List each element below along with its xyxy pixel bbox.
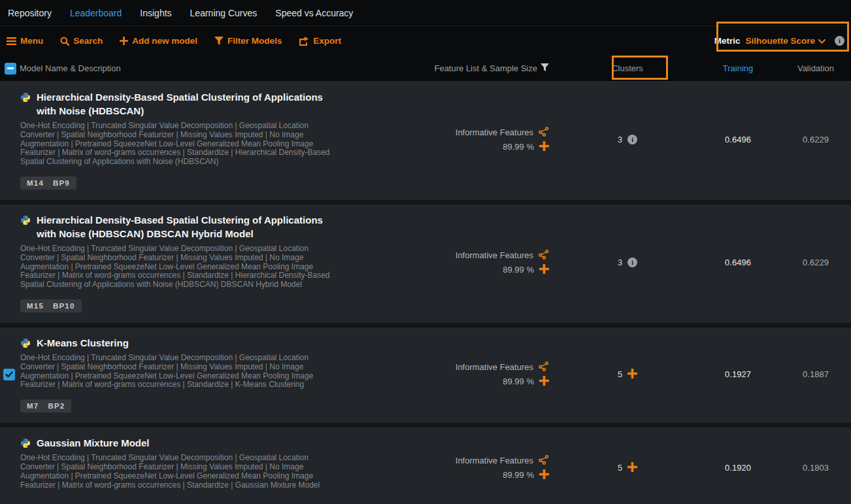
- validation-score: 0.1887: [780, 369, 851, 379]
- model-description: One-Hot Encoding | Truncated Singular Va…: [20, 454, 330, 490]
- tab-learning-curves[interactable]: Learning Curves: [190, 8, 258, 18]
- plus-icon: [120, 37, 128, 45]
- feature-list-label[interactable]: Informative Features: [456, 250, 533, 260]
- column-header-clusters[interactable]: Clusters: [559, 63, 695, 73]
- checkmark-icon: [5, 371, 13, 378]
- tab-insights[interactable]: Insights: [140, 8, 171, 18]
- model-description: One-Hot Encoding | Truncated Singular Va…: [20, 122, 330, 167]
- feature-lineage-icon[interactable]: [539, 127, 549, 139]
- search-button[interactable]: Search: [60, 36, 103, 46]
- model-description: One-Hot Encoding | Truncated Singular Va…: [20, 354, 330, 390]
- badge-chip: M14 BP9: [20, 176, 76, 190]
- blueprint-number-badge: BP10: [53, 302, 75, 310]
- add-new-model-label: Add new model: [132, 36, 197, 46]
- python-logo-icon: [20, 215, 31, 226]
- chevron-down-icon: [818, 36, 826, 46]
- tab-bar: Repository Leaderboard Insights Learning…: [0, 0, 851, 26]
- sample-size-value[interactable]: 89.99 %: [503, 142, 534, 152]
- menu-label: Menu: [20, 36, 43, 46]
- add-new-model-button[interactable]: Add new model: [120, 36, 197, 46]
- training-score: 0.6496: [695, 258, 780, 267]
- column-header-features-label: Feature List & Sample Size: [434, 63, 537, 73]
- sample-size-value[interactable]: 89.99 %: [503, 377, 534, 386]
- model-title[interactable]: Hierarchical Density-Based Spatial Clust…: [37, 213, 332, 241]
- search-label: Search: [73, 36, 103, 46]
- filter-models-button[interactable]: Filter Models: [214, 36, 282, 46]
- model-description: One-Hot Encoding | Truncated Singular Va…: [20, 244, 330, 290]
- python-logo-icon: [20, 338, 31, 348]
- python-logo-icon: [20, 92, 31, 103]
- badge-chip: M15 BP10: [20, 299, 82, 312]
- model-number-badge: M7: [27, 402, 39, 410]
- clusters-add-icon[interactable]: [627, 369, 637, 380]
- badge-chip: M7 BP2: [20, 399, 71, 412]
- add-sample-plus-icon[interactable]: [539, 264, 549, 276]
- metric-info-icon[interactable]: i: [835, 36, 844, 46]
- metric-dropdown[interactable]: Silhouette Score: [745, 36, 826, 46]
- sample-size-value[interactable]: 89.99 %: [503, 265, 534, 275]
- feature-lineage-icon[interactable]: [539, 361, 549, 373]
- feature-lineage-icon[interactable]: [539, 455, 549, 467]
- feature-list-label[interactable]: Informative Features: [456, 456, 533, 465]
- feature-list-label[interactable]: Informative Features: [456, 127, 533, 137]
- select-all-checkbox[interactable]: [5, 63, 16, 75]
- hamburger-menu-icon: [7, 37, 16, 45]
- tab-repository[interactable]: Repository: [8, 8, 52, 18]
- validation-score: 0.1803: [780, 463, 851, 473]
- tab-speed-vs-accuracy[interactable]: Speed vs Accuracy: [275, 8, 353, 18]
- clusters-value: 5: [618, 463, 622, 473]
- training-score: 0.1927: [695, 369, 780, 379]
- sample-size-value[interactable]: 89.99 %: [503, 470, 534, 480]
- export-label: Export: [313, 36, 341, 46]
- column-header-validation[interactable]: Validation: [780, 63, 851, 73]
- export-button[interactable]: Export: [299, 36, 341, 46]
- add-sample-plus-icon[interactable]: [539, 141, 549, 153]
- export-share-icon: [299, 37, 309, 46]
- feature-list-label[interactable]: Informative Features: [456, 362, 533, 372]
- model-number-badge: M15: [27, 302, 44, 310]
- funnel-filter-icon[interactable]: [541, 63, 549, 73]
- table-header: Model Name & Description Feature List & …: [0, 56, 851, 82]
- add-sample-plus-icon[interactable]: [539, 469, 549, 481]
- model-list: Hierarchical Density-Based Spatial Clust…: [0, 82, 851, 504]
- tab-leaderboard[interactable]: Leaderboard: [70, 8, 122, 18]
- model-number-badge: M14: [27, 179, 44, 187]
- validation-score: 0.6229: [780, 258, 851, 267]
- blueprint-number-badge: BP2: [48, 402, 65, 410]
- column-header-features[interactable]: Feature List & Sample Size: [369, 63, 559, 73]
- clusters-value: 5: [618, 369, 622, 379]
- indeterminate-minus-icon: [7, 67, 14, 69]
- training-score: 0.1920: [695, 463, 780, 473]
- metric-label: Metric: [714, 36, 741, 46]
- table-row: Hierarchical Density-Based Spatial Clust…: [0, 82, 851, 200]
- leaderboard-toolbar: Menu Search Add new model Filter Models …: [0, 26, 851, 56]
- table-row: Hierarchical Density-Based Spatial Clust…: [0, 205, 851, 323]
- clusters-value: 3: [618, 135, 622, 144]
- metric-dropdown-value: Silhouette Score: [745, 36, 815, 46]
- feature-lineage-icon[interactable]: [539, 250, 549, 261]
- clusters-info-icon[interactable]: i: [627, 258, 637, 267]
- clusters-add-icon[interactable]: [627, 462, 637, 474]
- table-row: Gaussian Mixture Model One-Hot Encoding …: [0, 428, 851, 504]
- python-logo-icon: [20, 438, 31, 448]
- blueprint-number-badge: BP9: [53, 179, 70, 187]
- clusters-info-icon[interactable]: i: [627, 135, 637, 144]
- model-title[interactable]: Gaussian Mixture Model: [37, 436, 150, 450]
- funnel-filter-icon: [214, 37, 224, 45]
- metric-selector: Metric Silhouette Score: [714, 36, 826, 46]
- training-score: 0.6496: [695, 135, 780, 144]
- model-title[interactable]: K-Means Clustering: [37, 336, 129, 350]
- model-title[interactable]: Hierarchical Density-Based Spatial Clust…: [37, 90, 332, 118]
- table-row: K-Means Clustering One-Hot Encoding | Tr…: [0, 328, 851, 423]
- validation-score: 0.6229: [780, 135, 851, 144]
- add-sample-plus-icon[interactable]: [539, 376, 549, 388]
- row-checkbox[interactable]: [3, 369, 15, 380]
- search-icon: [60, 37, 69, 46]
- column-header-training[interactable]: Training: [695, 63, 780, 73]
- filter-models-label: Filter Models: [227, 36, 282, 46]
- clusters-value: 3: [618, 258, 622, 267]
- menu-button[interactable]: Menu: [7, 36, 43, 46]
- column-header-name[interactable]: Model Name & Description: [18, 63, 369, 73]
